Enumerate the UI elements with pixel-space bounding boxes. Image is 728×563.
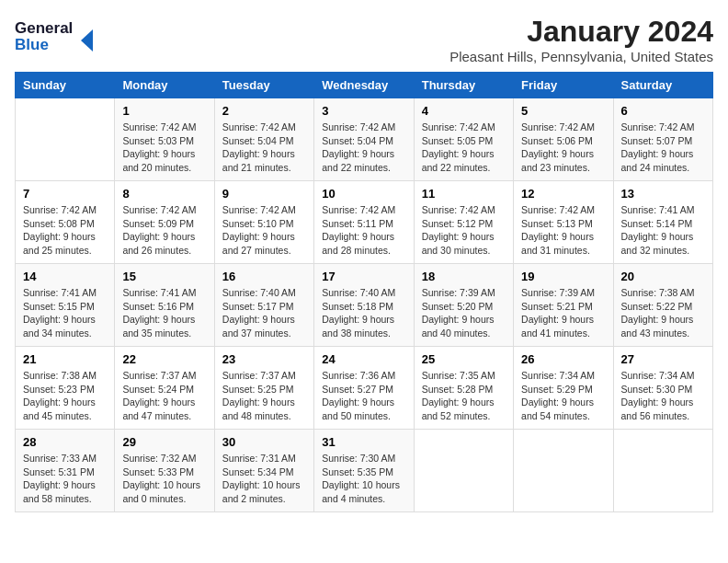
day-detail: Sunrise: 7:41 AMSunset: 5:14 PMDaylight:… [621,203,705,258]
day-header-friday: Friday [514,73,613,98]
day-detail: Sunrise: 7:34 AMSunset: 5:30 PMDaylight:… [621,369,705,423]
calendar-cell: 14Sunrise: 7:41 AMSunset: 5:15 PMDayligh… [16,264,115,347]
calendar-cell: 6Sunrise: 7:42 AMSunset: 5:07 PMDaylight… [613,98,712,181]
day-header-saturday: Saturday [613,73,712,98]
day-number: 10 [322,187,405,201]
day-number: 30 [222,435,306,449]
calendar-cell [414,430,513,512]
day-detail: Sunrise: 7:37 AMSunset: 5:25 PMDaylight:… [222,369,306,423]
day-number: 26 [521,352,605,366]
day-detail: Sunrise: 7:42 AMSunset: 5:05 PMDaylight:… [422,121,506,175]
day-number: 21 [23,352,107,366]
svg-text:General: General [15,19,73,37]
day-number: 29 [122,435,206,449]
day-number: 5 [521,104,605,118]
calendar-cell: 15Sunrise: 7:41 AMSunset: 5:16 PMDayligh… [115,264,214,347]
day-header-tuesday: Tuesday [214,73,313,98]
calendar-cell: 18Sunrise: 7:39 AMSunset: 5:20 PMDayligh… [414,264,513,347]
calendar-week-1: 1Sunrise: 7:42 AMSunset: 5:03 PMDaylight… [16,98,713,181]
calendar-cell [613,430,712,512]
day-number: 23 [222,352,306,366]
day-number: 12 [521,187,605,201]
day-number: 14 [23,270,107,283]
day-number: 19 [521,270,605,283]
day-detail: Sunrise: 7:42 AMSunset: 5:03 PMDaylight:… [122,121,206,175]
calendar-cell: 20Sunrise: 7:38 AMSunset: 5:22 PMDayligh… [613,264,712,347]
day-number: 13 [621,187,705,201]
svg-marker-2 [81,29,93,52]
day-detail: Sunrise: 7:42 AMSunset: 5:06 PMDaylight:… [521,121,605,175]
calendar-cell: 31Sunrise: 7:30 AMSunset: 5:35 PMDayligh… [314,430,414,512]
calendar-cell: 28Sunrise: 7:33 AMSunset: 5:31 PMDayligh… [16,430,115,512]
calendar-cell: 12Sunrise: 7:42 AMSunset: 5:13 PMDayligh… [514,181,613,264]
day-detail: Sunrise: 7:31 AMSunset: 5:34 PMDaylight:… [222,452,306,506]
day-number: 18 [422,270,506,283]
day-detail: Sunrise: 7:35 AMSunset: 5:28 PMDaylight:… [422,369,506,423]
svg-text:Blue: Blue [15,36,49,53]
calendar-cell: 16Sunrise: 7:40 AMSunset: 5:17 PMDayligh… [214,264,313,347]
calendar-week-2: 7Sunrise: 7:42 AMSunset: 5:08 PMDaylight… [16,181,713,264]
day-detail: Sunrise: 7:42 AMSunset: 5:04 PMDaylight:… [322,121,405,175]
calendar-cell: 25Sunrise: 7:35 AMSunset: 5:28 PMDayligh… [414,347,513,430]
day-number: 31 [322,435,405,449]
page-header: General Blue January 2024 Pleasant Hills… [15,15,713,64]
day-number: 7 [23,187,107,201]
calendar-cell: 5Sunrise: 7:42 AMSunset: 5:06 PMDaylight… [514,98,613,181]
day-number: 1 [122,104,206,118]
day-number: 6 [621,104,705,118]
calendar-cell: 11Sunrise: 7:42 AMSunset: 5:12 PMDayligh… [414,181,513,264]
day-number: 8 [122,187,206,201]
day-number: 11 [422,187,506,201]
day-detail: Sunrise: 7:40 AMSunset: 5:18 PMDaylight:… [322,286,405,340]
calendar-cell: 17Sunrise: 7:40 AMSunset: 5:18 PMDayligh… [314,264,414,347]
day-number: 27 [621,352,705,366]
calendar-week-5: 28Sunrise: 7:33 AMSunset: 5:31 PMDayligh… [16,430,713,512]
calendar-cell: 27Sunrise: 7:34 AMSunset: 5:30 PMDayligh… [613,347,712,430]
day-number: 25 [422,352,506,366]
day-detail: Sunrise: 7:42 AMSunset: 5:07 PMDaylight:… [621,121,705,175]
month-title: January 2024 [449,15,713,49]
calendar-week-3: 14Sunrise: 7:41 AMSunset: 5:15 PMDayligh… [16,264,713,347]
day-detail: Sunrise: 7:41 AMSunset: 5:16 PMDaylight:… [122,286,206,340]
day-detail: Sunrise: 7:39 AMSunset: 5:20 PMDaylight:… [422,286,506,340]
day-detail: Sunrise: 7:38 AMSunset: 5:23 PMDaylight:… [23,369,107,423]
day-detail: Sunrise: 7:37 AMSunset: 5:24 PMDaylight:… [122,369,206,423]
calendar-cell [514,430,613,512]
calendar-cell: 24Sunrise: 7:36 AMSunset: 5:27 PMDayligh… [314,347,414,430]
day-detail: Sunrise: 7:42 AMSunset: 5:09 PMDaylight:… [122,203,206,258]
logo-icon: General Blue [15,15,97,55]
day-detail: Sunrise: 7:39 AMSunset: 5:21 PMDaylight:… [521,286,605,340]
calendar-cell: 23Sunrise: 7:37 AMSunset: 5:25 PMDayligh… [214,347,313,430]
day-detail: Sunrise: 7:42 AMSunset: 5:11 PMDaylight:… [322,203,405,258]
day-number: 3 [322,104,405,118]
day-number: 28 [23,435,107,449]
day-number: 4 [422,104,506,118]
calendar-cell: 10Sunrise: 7:42 AMSunset: 5:11 PMDayligh… [314,181,414,264]
logo: General Blue [15,15,97,55]
day-detail: Sunrise: 7:42 AMSunset: 5:13 PMDaylight:… [521,203,605,258]
calendar-cell: 7Sunrise: 7:42 AMSunset: 5:08 PMDaylight… [16,181,115,264]
day-detail: Sunrise: 7:33 AMSunset: 5:31 PMDaylight:… [23,452,107,506]
calendar-cell: 29Sunrise: 7:32 AMSunset: 5:33 PMDayligh… [115,430,214,512]
day-header-thursday: Thursday [414,73,513,98]
calendar-cell: 21Sunrise: 7:38 AMSunset: 5:23 PMDayligh… [16,347,115,430]
day-number: 24 [322,352,405,366]
day-detail: Sunrise: 7:32 AMSunset: 5:33 PMDaylight:… [122,452,206,506]
calendar-cell: 3Sunrise: 7:42 AMSunset: 5:04 PMDaylight… [314,98,414,181]
day-number: 20 [621,270,705,283]
day-number: 16 [222,270,306,283]
day-number: 15 [122,270,206,283]
day-detail: Sunrise: 7:36 AMSunset: 5:27 PMDaylight:… [322,369,405,423]
calendar-body: 1Sunrise: 7:42 AMSunset: 5:03 PMDaylight… [16,98,713,512]
day-header-sunday: Sunday [16,73,115,98]
calendar-cell: 8Sunrise: 7:42 AMSunset: 5:09 PMDaylight… [115,181,214,264]
calendar-cell: 22Sunrise: 7:37 AMSunset: 5:24 PMDayligh… [115,347,214,430]
day-detail: Sunrise: 7:42 AMSunset: 5:10 PMDaylight:… [222,203,306,258]
day-detail: Sunrise: 7:42 AMSunset: 5:12 PMDaylight:… [422,203,506,258]
day-detail: Sunrise: 7:38 AMSunset: 5:22 PMDaylight:… [621,286,705,340]
calendar-cell: 9Sunrise: 7:42 AMSunset: 5:10 PMDaylight… [214,181,313,264]
calendar-cell: 1Sunrise: 7:42 AMSunset: 5:03 PMDaylight… [115,98,214,181]
calendar-cell: 30Sunrise: 7:31 AMSunset: 5:34 PMDayligh… [214,430,313,512]
title-block: January 2024 Pleasant Hills, Pennsylvani… [449,15,713,64]
calendar-cell: 26Sunrise: 7:34 AMSunset: 5:29 PMDayligh… [514,347,613,430]
